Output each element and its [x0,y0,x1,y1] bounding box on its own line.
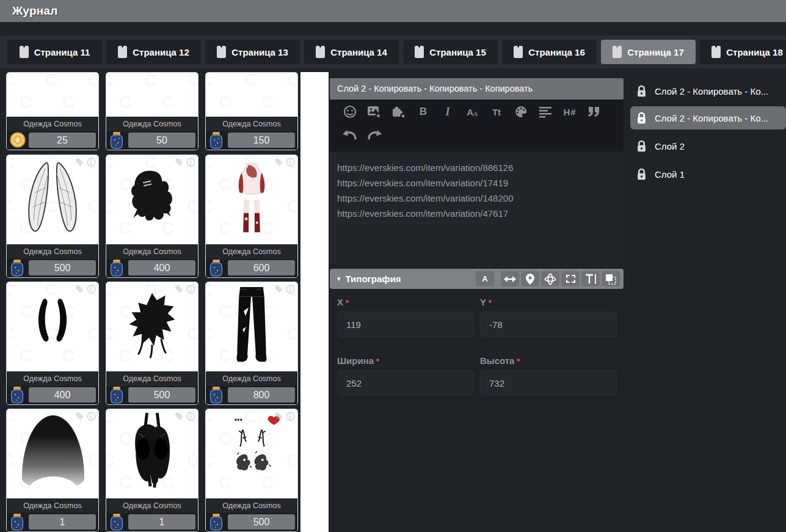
item-card[interactable]: C C C C C C C C C C Одежда Cosmos 800 [205,282,298,405]
typography-section-bar[interactable]: ▾ Типография A [330,269,624,289]
emoji-button[interactable] [338,103,362,121]
chevron-down-icon: ▾ [337,275,341,283]
info-icon [286,412,295,421]
item-price-button[interactable]: 400 [29,387,96,403]
bookmark-page-icon [514,46,523,58]
tab-page-14[interactable]: Страница 14 [304,40,399,64]
coin-currency-icon [10,132,26,148]
item-price-button[interactable]: 800 [228,387,295,403]
item-card[interactable]: C C C C C C C C Одежда Cosmos 50 [106,72,198,150]
item-price-button[interactable]: 25 [29,133,96,148]
item-image-black-ripped-pants: C C C C C C C C C C [206,282,297,371]
item-card[interactable]: C C C C C C C C Одежда Cosmos 25 [6,72,99,150]
horizontal-resize-button[interactable] [501,271,519,286]
info-icon [87,412,96,421]
typography-section-label: Типография [346,274,474,284]
tab-label: Страница 14 [330,47,387,57]
layer-item[interactable]: Слой 2 [630,134,786,158]
text-align-button[interactable] [533,103,558,121]
item-price-row: 50 [106,131,198,150]
card-corner-icons [75,158,96,167]
layer-label: Слой 2 [655,141,685,151]
rotate-3d-button[interactable] [541,271,559,286]
item-category-label: Одежда Cosmos [206,117,297,131]
item-category-label: Одежда Cosmos [7,371,98,386]
layer-editor-title: Слой 2 - Копировать - Копировать - Копир… [330,78,624,100]
jar-currency-icon [10,514,24,531]
layer-item-selected[interactable]: Слой 2 - Копировать - Ко... [630,106,786,129]
layer-item[interactable]: Слой 2 - Копировать - Ко... [630,79,786,103]
page-title: Журнал [0,0,786,22]
item-card[interactable]: C C C C C C C C C C Одежда Cosmos 500 [6,155,99,278]
tab-page-15[interactable]: Страница 15 [403,40,498,64]
text-baseline-button[interactable] [581,271,600,286]
tag-icon [175,158,184,167]
tab-label: Страница 12 [133,47,189,57]
add-image-button[interactable] [362,103,387,121]
item-card[interactable]: C C C C C C C C C C Одежда Cosmos 1 [106,409,198,532]
tab-page-16[interactable]: Страница 16 [502,40,597,64]
add-sticker-button[interactable] [387,103,411,121]
font-family-button[interactable]: AA [460,103,484,121]
tab-page-17[interactable]: Страница 17 [601,40,696,64]
item-card[interactable]: C C C C C C C C C C Одежда Cosmos 400 [106,155,198,278]
bookmark-page-icon [613,46,622,58]
item-price-row: 800 [206,386,297,404]
tab-page-18[interactable]: Страница 18 [700,40,786,64]
y-field-input[interactable] [480,312,617,337]
text-style-button[interactable]: A [476,271,494,286]
height-field-input[interactable] [480,370,617,396]
layer-item[interactable]: Слой 1 [630,162,786,186]
tab-label: Страница 13 [231,47,288,57]
card-corner-icons [75,285,96,294]
item-card[interactable]: C C C C C C C C C C Одежда Cosmos 600 [205,155,298,278]
item-price-button[interactable]: 600 [228,260,295,275]
item-category-label: Одежда Cosmos [106,371,198,386]
layer-copy-button[interactable] [602,271,620,286]
lock-icon [636,140,647,153]
item-card[interactable]: C C C C C C C C C C Одежда Cosmos 500 [205,409,298,532]
item-price-button[interactable]: 50 [128,133,195,148]
tag-icon [274,158,283,167]
item-card[interactable]: C C C C C C C C C C Одежда Cosmos 1 [6,409,99,532]
tag-icon [175,412,184,421]
italic-button[interactable]: I [435,103,460,121]
tab-page-13[interactable]: Страница 13 [205,40,300,64]
item-price-row: 500 [206,513,297,531]
bold-button[interactable]: B [411,103,435,121]
item-card[interactable]: C C C C C C C C C C Одежда Cosmos 500 [106,282,198,405]
item-price-button[interactable]: 1 [128,514,195,530]
color-palette-button[interactable] [509,103,533,121]
x-field-input[interactable] [337,312,474,337]
item-price-button[interactable]: 500 [29,260,96,275]
item-url-line: https://everskies.com/item/variation/476… [337,206,616,221]
text-size-button[interactable]: Tt [484,103,509,121]
item-price-button[interactable]: 1 [29,514,96,530]
item-card[interactable]: C C C C C C C C Одежда Cosmos 150 [205,72,298,150]
item-price-button[interactable]: 150 [228,133,295,148]
jar-currency-icon [10,387,24,404]
bookmark-page-icon [711,46,721,58]
undo-button[interactable] [338,125,362,144]
journal-page-canvas-strip [300,72,329,532]
redo-button[interactable] [362,125,387,144]
tab-page-11[interactable]: Страница 11 [7,40,102,64]
blockquote-button[interactable] [582,103,606,121]
item-price-button[interactable]: 500 [228,514,295,530]
bookmark-page-icon [118,46,127,58]
heading-button[interactable]: H# [558,103,582,121]
height-field-label: Высота [480,355,520,366]
item-price-button[interactable]: 500 [128,387,195,403]
position-pin-button[interactable] [521,271,539,286]
tab-page-12[interactable]: Страница 12 [106,40,201,64]
width-field-input[interactable] [337,370,474,396]
item-card[interactable]: C C C C C C C C C C Одежда Cosmos 400 [6,282,99,405]
item-price-button[interactable]: 400 [128,260,195,275]
text-editor-content[interactable]: https://everskies.com/item/variation/886… [330,151,624,264]
item-url-line: https://everskies.com/item/variation/174… [337,175,616,191]
info-icon [286,285,295,294]
card-corner-icons [75,412,96,421]
layer-label: Слой 2 - Копировать - Ко... [655,113,768,123]
text-editor-toolbar: B I AA Tt H# [330,100,624,151]
selection-marquee-button[interactable] [561,271,580,286]
